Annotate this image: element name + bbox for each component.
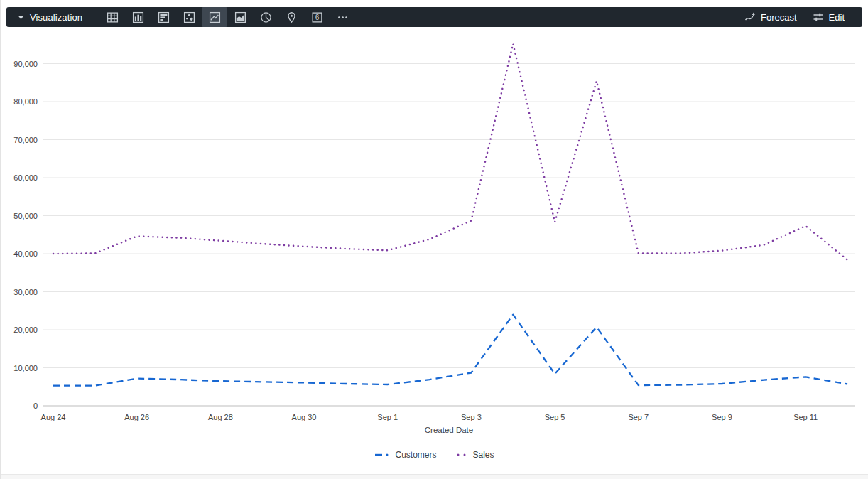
chart-legend: Customers Sales (1, 448, 868, 462)
forecast-icon (744, 11, 756, 23)
ellipsis-icon (337, 11, 349, 23)
caret-down-icon (18, 15, 24, 20)
y-tick-label: 70,000 (13, 136, 38, 144)
viz-type-bar-button[interactable] (151, 7, 176, 27)
legend-item-customers[interactable]: Customers (374, 450, 436, 460)
line-chart-icon (209, 11, 221, 23)
x-tick-label: Sep 3 (461, 413, 482, 421)
settings-sliders-icon (813, 11, 824, 23)
y-tick-label: 20,000 (13, 325, 38, 334)
y-tick-label: 90,000 (13, 60, 38, 68)
forecast-label: Forecast (761, 12, 797, 23)
x-tick-label: Sep 5 (545, 413, 565, 421)
forecast-button[interactable]: Forecast (737, 7, 805, 27)
series-line-sales[interactable] (53, 44, 847, 260)
svg-text:6: 6 (315, 14, 319, 21)
x-tick-label: Sep 11 (793, 413, 818, 421)
area-chart-icon (234, 11, 246, 23)
toolbar-title: Visualization (30, 12, 82, 23)
x-tick-label: Sep 7 (628, 413, 649, 421)
sales-dotted-marker (456, 453, 467, 457)
viz-type-single-value-button[interactable]: 6 (304, 7, 330, 27)
viz-type-column-button[interactable] (125, 7, 151, 27)
map-pin-icon (286, 11, 298, 23)
y-tick-label: 60,000 (13, 173, 38, 182)
visualization-collapse-button[interactable]: Visualization (6, 7, 91, 27)
viz-type-line-button[interactable] (202, 7, 227, 27)
legend-item-sales[interactable]: Sales (456, 450, 494, 460)
toolbar-actions: Forecast Edit (737, 7, 862, 27)
viz-type-map-button[interactable] (278, 7, 304, 27)
visualization-panel: Visualization (0, 0, 868, 479)
y-tick-label: 10,000 (13, 364, 38, 372)
y-tick-label: 80,000 (13, 97, 38, 106)
x-tick-label: Aug 28 (208, 413, 233, 421)
viz-type-table-button[interactable] (99, 7, 125, 27)
y-tick-label: 50,000 (13, 212, 38, 220)
x-tick-label: Sep 9 (712, 413, 732, 421)
table-icon (107, 11, 119, 23)
x-tick-label: Aug 26 (124, 413, 149, 421)
viz-type-pie-button[interactable] (253, 7, 278, 27)
series-line-customers[interactable] (53, 315, 847, 386)
legend-label-customers: Customers (395, 450, 436, 460)
y-tick-label: 0 (33, 402, 38, 410)
y-tick-label: 30,000 (13, 288, 38, 296)
line-chart-canvas: 010,00020,00030,00040,00050,00060,00070,… (1, 33, 868, 439)
visualization-toolbar: Visualization (6, 7, 862, 27)
customers-dashed-marker (374, 453, 390, 457)
viz-type-more-button[interactable] (330, 7, 355, 27)
single-value-icon: 6 (311, 11, 323, 23)
viz-type-area-button[interactable] (227, 7, 253, 27)
x-axis-title: Created Date (425, 426, 473, 434)
legend-label-sales: Sales (472, 450, 494, 460)
viz-type-scatter-button[interactable] (176, 7, 202, 27)
x-tick-label: Aug 30 (292, 413, 317, 421)
pie-chart-icon (260, 11, 272, 23)
scatter-plot-icon (183, 11, 195, 23)
viz-type-picker: 6 (99, 7, 355, 27)
edit-label: Edit (829, 12, 845, 23)
x-tick-label: Sep 1 (377, 413, 398, 421)
x-tick-label: Aug 24 (41, 413, 66, 421)
bar-chart-icon (158, 11, 170, 23)
edit-button[interactable]: Edit (805, 7, 852, 27)
y-tick-label: 40,000 (13, 249, 38, 258)
bottom-scrollbar-track[interactable] (1, 474, 868, 479)
column-chart-icon (132, 11, 144, 23)
